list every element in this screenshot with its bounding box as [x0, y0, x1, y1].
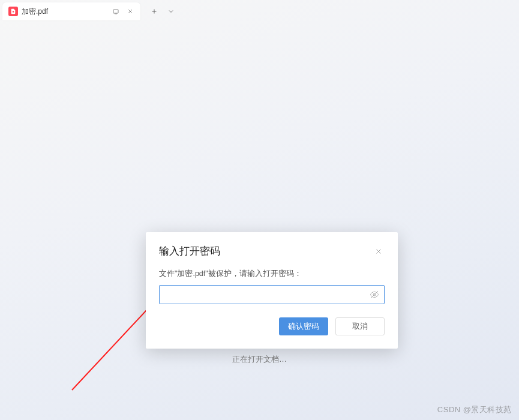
confirm-password-button[interactable]: 确认密码 — [279, 317, 328, 335]
cancel-button[interactable]: 取消 — [335, 317, 385, 335]
loading-text: 正在打开文档… — [232, 354, 287, 365]
watermark: CSDN @景天科技苑 — [437, 404, 512, 415]
dialog-header: 输入打开密码 — [159, 244, 385, 258]
close-tab-icon[interactable] — [125, 6, 136, 17]
svg-rect-0 — [113, 10, 118, 13]
tab-bar: 加密.pdf — [0, 0, 519, 22]
new-tab-button[interactable] — [148, 5, 161, 18]
toggle-password-visibility[interactable] — [369, 289, 380, 300]
close-icon — [374, 247, 383, 256]
tab-menu-button[interactable] — [164, 5, 178, 18]
dialog-title: 输入打开密码 — [159, 244, 220, 258]
password-input[interactable] — [159, 285, 385, 304]
eye-off-icon — [370, 290, 379, 299]
password-input-wrap — [159, 285, 385, 304]
document-tab[interactable]: 加密.pdf — [2, 2, 140, 20]
password-dialog: 输入打开密码 文件"加密.pdf"被保护，请输入打开密码： 确认密码 取消 — [146, 232, 398, 349]
svg-line-2 — [72, 300, 156, 390]
dialog-message: 文件"加密.pdf"被保护，请输入打开密码： — [159, 269, 385, 279]
dialog-close-button[interactable] — [373, 245, 385, 257]
dialog-buttons: 确认密码 取消 — [159, 317, 385, 335]
pdf-icon — [8, 7, 18, 16]
external-window-icon[interactable] — [110, 6, 121, 17]
tab-bar-actions — [148, 5, 178, 18]
tab-title: 加密.pdf — [22, 7, 107, 17]
